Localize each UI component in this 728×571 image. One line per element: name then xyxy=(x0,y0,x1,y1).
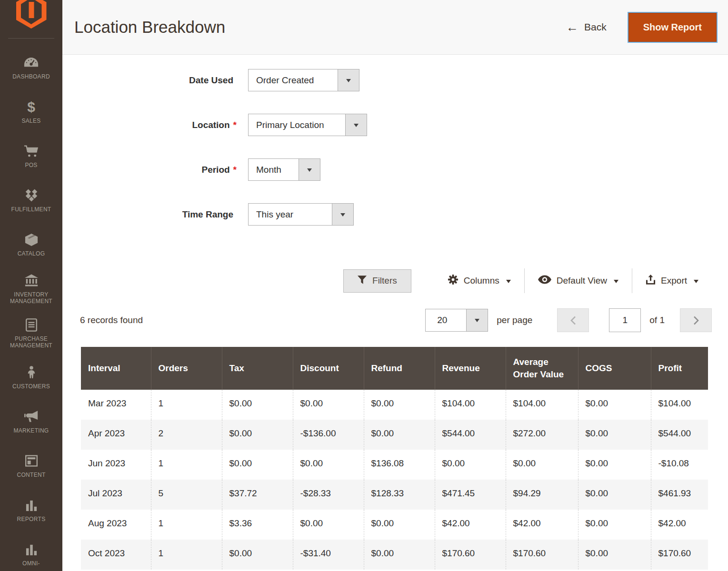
column-header-interval[interactable]: Interval xyxy=(81,347,151,390)
sidebar-item-catalog[interactable]: CATALOG xyxy=(0,223,62,267)
dashboard-icon xyxy=(24,56,39,70)
column-header-discount[interactable]: Discount xyxy=(293,347,364,390)
catalog-icon xyxy=(25,233,38,247)
cell-cogs: $0.00 xyxy=(578,390,651,420)
records-found-text: 6 records found xyxy=(80,315,143,325)
cell-average-order-value: $170.60 xyxy=(506,540,578,570)
show-report-button[interactable]: Show Report xyxy=(628,13,717,42)
cell-refund: $128.33 xyxy=(364,480,435,510)
date-used-select[interactable]: Order Created xyxy=(248,69,359,91)
table-row: Aug 20231$3.36$0.00$0.00$42.00$42.00$0.0… xyxy=(81,510,708,540)
cell-cogs: $0.00 xyxy=(578,540,651,570)
page-of-label: of 1 xyxy=(649,315,665,325)
page-content: Date Used Order Created Location* Primar… xyxy=(62,55,728,570)
export-upload-icon xyxy=(646,275,656,287)
grid-controls: 6 records found 20 per page of 1 xyxy=(74,308,712,332)
admin-sidebar: DASHBOARD$SALESPOSFULFILLMENTCATALOGINVE… xyxy=(0,0,62,571)
cell-interval: Apr 2023 xyxy=(81,420,151,450)
column-header-refund[interactable]: Refund xyxy=(364,347,435,390)
customers-icon xyxy=(27,365,36,380)
time-range-select[interactable]: This year xyxy=(248,203,354,226)
filters-button[interactable]: Filters xyxy=(343,269,411,293)
sidebar-item-fulfillment[interactable]: FULFILLMENT xyxy=(0,178,62,223)
location-select[interactable]: Primary Location xyxy=(248,114,367,136)
column-header-cogs[interactable]: COGS xyxy=(578,347,651,390)
cell-revenue: $42.00 xyxy=(435,510,506,540)
inventory-icon xyxy=(24,274,39,288)
report-table: IntervalOrdersTaxDiscountRefundRevenueAv… xyxy=(81,347,708,570)
required-mark: * xyxy=(233,165,237,175)
page-title: Location Breakdown xyxy=(74,18,225,37)
pager-zone: 20 per page of 1 xyxy=(425,308,712,332)
back-label: Back xyxy=(584,21,607,33)
cell-tax: $0.00 xyxy=(222,450,293,480)
export-button[interactable]: Export xyxy=(632,268,712,293)
table-row: Apr 20232$0.00-$136.00$0.00$544.00$272.0… xyxy=(81,420,708,450)
chevron-down-icon xyxy=(466,309,488,331)
cell-average-order-value: $42.00 xyxy=(506,510,578,540)
grid-toolbar: Filters Columns Default View Export xyxy=(74,268,712,293)
sidebar-item-reports[interactable]: REPORTS xyxy=(0,488,62,532)
cell-revenue: $104.00 xyxy=(435,390,506,420)
sidebar-item-purchase[interactable]: PURCHASE MANAGEMENT xyxy=(0,311,62,355)
per-page-select[interactable]: 20 xyxy=(425,309,488,332)
cell-discount: -$136.00 xyxy=(293,420,364,450)
columns-button[interactable]: Columns xyxy=(434,268,524,293)
chevron-down-icon xyxy=(694,280,698,286)
table-header-row: IntervalOrdersTaxDiscountRefundRevenueAv… xyxy=(81,347,708,390)
cell-revenue: $0.00 xyxy=(435,450,506,480)
back-button[interactable]: ← Back xyxy=(566,21,607,33)
sidebar-item-content[interactable]: CONTENT xyxy=(0,444,62,488)
chevron-left-icon xyxy=(570,316,576,325)
sidebar-item-inventory[interactable]: INVENTORY MANAGEMENT xyxy=(0,267,62,311)
cell-interval: Mar 2023 xyxy=(81,390,151,420)
cell-orders: 1 xyxy=(151,510,222,540)
sidebar-item-omni[interactable]: OMNI- xyxy=(0,532,62,571)
cell-orders: 1 xyxy=(151,390,222,420)
column-header-tax[interactable]: Tax xyxy=(222,347,293,390)
chevron-down-icon xyxy=(338,69,359,91)
cell-average-order-value: $94.29 xyxy=(506,480,578,510)
default-view-button[interactable]: Default View xyxy=(525,268,632,293)
cell-cogs: $0.00 xyxy=(578,480,651,510)
sidebar-item-marketing[interactable]: MARKETING xyxy=(0,400,62,444)
previous-page-button[interactable] xyxy=(557,308,589,332)
form-row-date-used: Date Used Order Created xyxy=(74,69,712,91)
cell-orders: 1 xyxy=(151,540,222,570)
cell-tax: $37.72 xyxy=(222,480,293,510)
cell-cogs: $0.00 xyxy=(578,510,651,540)
table-body: Mar 20231$0.00$0.00$0.00$104.00$104.00$0… xyxy=(81,390,708,570)
page-header: Location Breakdown ← Back Show Report xyxy=(62,0,728,55)
period-select[interactable]: Month xyxy=(248,158,320,181)
cell-interval: Jun 2023 xyxy=(81,450,151,480)
magento-logo-icon[interactable] xyxy=(16,0,47,29)
cell-revenue: $544.00 xyxy=(435,420,506,450)
page-number-input[interactable] xyxy=(609,308,641,332)
cell-tax: $0.00 xyxy=(222,420,293,450)
chevron-down-icon xyxy=(614,280,618,286)
sidebar-item-label: CUSTOMERS xyxy=(12,383,50,390)
sidebar-item-sales[interactable]: $SALES xyxy=(0,90,62,134)
cell-orders: 5 xyxy=(151,480,222,510)
pos-icon xyxy=(24,144,39,158)
column-header-average-order-value[interactable]: Average Order Value xyxy=(506,347,578,390)
back-arrow-icon: ← xyxy=(566,21,578,33)
cell-refund: $0.00 xyxy=(364,510,435,540)
table-row: Oct 20231$0.00-$31.40$0.00$170.60$170.60… xyxy=(81,540,708,570)
sidebar-item-customers[interactable]: CUSTOMERS xyxy=(0,355,62,400)
purchase-icon xyxy=(26,318,37,332)
sidebar-item-pos[interactable]: POS xyxy=(0,134,62,178)
column-header-profit[interactable]: Profit xyxy=(651,347,708,390)
sidebar-item-dashboard[interactable]: DASHBOARD xyxy=(0,46,62,90)
sidebar-item-label: DASHBOARD xyxy=(12,73,50,80)
next-page-button[interactable] xyxy=(680,308,712,332)
chevron-down-icon xyxy=(332,204,353,225)
column-header-orders[interactable]: Orders xyxy=(151,347,222,390)
sidebar-menu: DASHBOARD$SALESPOSFULFILLMENTCATALOGINVE… xyxy=(0,46,62,571)
required-mark: * xyxy=(233,120,237,130)
per-page-label: per page xyxy=(497,315,532,325)
column-header-revenue[interactable]: Revenue xyxy=(435,347,506,390)
cell-orders: 1 xyxy=(151,450,222,480)
sidebar-item-label: CONTENT xyxy=(17,472,45,478)
location-label: Location* xyxy=(74,120,237,130)
